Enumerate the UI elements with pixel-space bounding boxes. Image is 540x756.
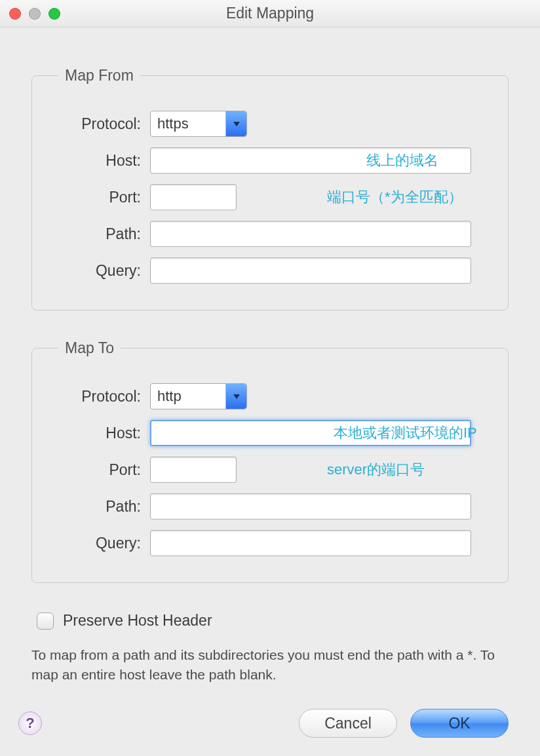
- help-text: To map from a path and its subdirectorie…: [31, 645, 503, 685]
- map-from-protocol-select[interactable]: https: [150, 111, 247, 137]
- ok-button[interactable]: OK: [410, 709, 509, 738]
- preserve-host-row: Preserve Host Header: [37, 612, 509, 630]
- ok-button-label: OK: [448, 715, 470, 732]
- dialog-content: Map From Protocol: https Host: 线上的域名 Por…: [0, 28, 540, 701]
- map-from-host-input[interactable]: [150, 147, 471, 174]
- svg-marker-1: [233, 394, 240, 399]
- map-from-path-input[interactable]: [150, 221, 471, 247]
- map-to-port-label: Port:: [52, 461, 150, 479]
- titlebar: Edit Mapping: [0, 0, 540, 28]
- window-title: Edit Mapping: [0, 5, 540, 22]
- cancel-button[interactable]: Cancel: [299, 709, 397, 738]
- preserve-host-checkbox[interactable]: [37, 613, 54, 630]
- help-button[interactable]: ?: [18, 711, 42, 735]
- map-from-legend: Map From: [58, 67, 140, 85]
- map-to-port-annotation: server的端口号: [327, 460, 425, 480]
- map-to-group: Map To Protocol: http Host: 本地或者测试环境的IP …: [31, 339, 509, 583]
- map-from-host-label: Host:: [52, 152, 150, 170]
- map-from-protocol-label: Protocol:: [52, 115, 150, 133]
- dropdown-arrow-icon: [225, 384, 246, 409]
- map-to-host-input[interactable]: [150, 420, 471, 446]
- svg-marker-0: [233, 122, 240, 126]
- map-to-protocol-select[interactable]: http: [150, 383, 247, 409]
- dialog-footer: ? Cancel OK: [0, 709, 540, 738]
- map-from-port-annotation: 端口号（*为全匹配）: [327, 187, 463, 207]
- map-from-group: Map From Protocol: https Host: 线上的域名 Por…: [31, 67, 509, 311]
- map-to-query-label: Query:: [52, 535, 150, 552]
- preserve-host-label: Preserve Host Header: [63, 612, 212, 630]
- map-to-protocol-label: Protocol:: [52, 388, 150, 406]
- help-icon: ?: [26, 715, 34, 732]
- map-to-legend: Map To: [58, 339, 121, 357]
- map-to-path-label: Path:: [52, 498, 150, 516]
- map-to-path-input[interactable]: [150, 493, 471, 520]
- map-from-port-label: Port:: [52, 189, 150, 206]
- map-to-host-label: Host:: [52, 425, 150, 442]
- map-to-port-input[interactable]: [150, 457, 237, 483]
- map-from-query-label: Query:: [52, 262, 150, 280]
- map-from-port-input[interactable]: [150, 184, 237, 210]
- map-from-query-input[interactable]: [150, 257, 471, 284]
- dropdown-arrow-icon: [225, 111, 246, 136]
- cancel-button-label: Cancel: [324, 715, 372, 732]
- map-from-path-label: Path:: [52, 225, 150, 243]
- map-to-query-input[interactable]: [150, 530, 471, 556]
- map-from-protocol-value: https: [151, 115, 225, 132]
- map-to-protocol-value: http: [151, 388, 225, 405]
